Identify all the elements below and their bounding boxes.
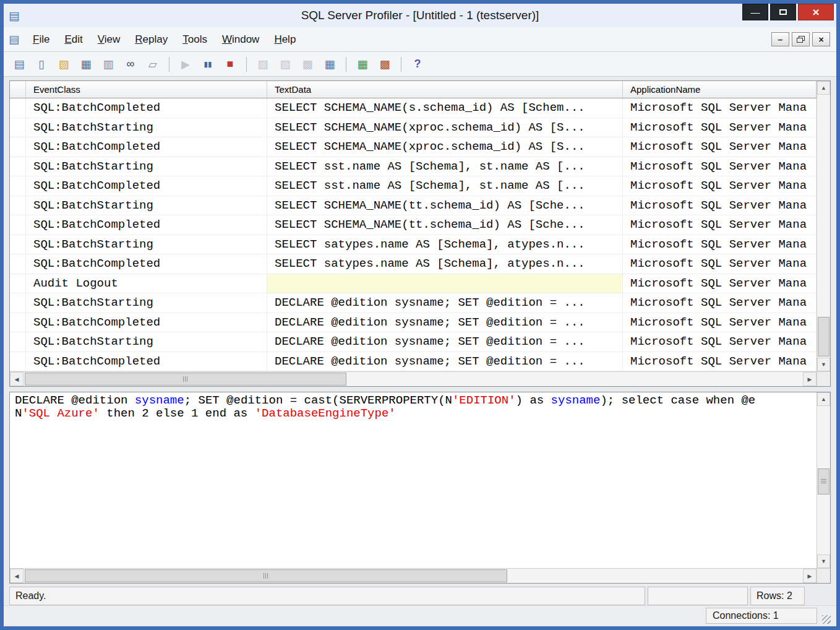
- maximize-button[interactable]: [770, 4, 796, 20]
- row-selector[interactable]: [10, 313, 26, 332]
- cell-application-name[interactable]: Microsoft SQL Server Mana: [623, 274, 816, 293]
- table-row[interactable]: SQL:BatchStartingSELECT satypes.name AS …: [10, 235, 816, 255]
- cell-event-class[interactable]: SQL:BatchCompleted: [26, 352, 267, 371]
- grid-vertical-scrollbar[interactable]: ▲ ▼: [816, 81, 830, 371]
- cell-application-name[interactable]: Microsoft SQL Server Mana: [623, 196, 816, 215]
- detail-vscroll-track[interactable]: [817, 406, 830, 554]
- row-selector[interactable]: [10, 274, 26, 293]
- cell-event-class[interactable]: SQL:BatchCompleted: [26, 176, 267, 196]
- detail-horizontal-scrollbar[interactable]: ◀ ▶: [10, 568, 830, 583]
- table-row[interactable]: SQL:BatchStartingSELECT SCHEMA_NAME(tt.s…: [10, 196, 816, 216]
- cell-event-class[interactable]: SQL:BatchStarting: [26, 118, 267, 137]
- pivoted-view-button[interactable]: ▩: [297, 55, 318, 74]
- cell-text-data[interactable]: SELECT satypes.name AS [Schema], atypes.…: [267, 235, 623, 254]
- help-button[interactable]: ?: [407, 55, 428, 74]
- cell-event-class[interactable]: SQL:BatchCompleted: [26, 313, 267, 332]
- clear-trace-window-button[interactable]: ▱: [142, 55, 163, 74]
- cell-text-data[interactable]: SELECT SCHEMA_NAME(s.schema_id) AS [Sche…: [267, 98, 623, 118]
- mdi-close-button[interactable]: ×: [812, 32, 830, 46]
- detail-vertical-scrollbar[interactable]: ▲ ▼: [816, 392, 830, 568]
- grid-horizontal-scrollbar[interactable]: ◀ ▶: [10, 371, 830, 386]
- cell-event-class[interactable]: SQL:BatchCompleted: [26, 215, 267, 235]
- cell-text-data[interactable]: DECLARE @edition sysname; SET @edition =…: [267, 293, 623, 313]
- stop-trace-button[interactable]: ■: [220, 55, 241, 74]
- grid-hscroll-track[interactable]: [24, 372, 803, 386]
- sql-text-view[interactable]: DECLARE @edition sysname; SET @edition =…: [10, 392, 816, 568]
- table-row[interactable]: SQL:BatchStartingDECLARE @edition sysnam…: [10, 293, 816, 313]
- menu-file[interactable]: File: [25, 29, 57, 50]
- cell-application-name[interactable]: Microsoft SQL Server Mana: [623, 137, 816, 157]
- table-row[interactable]: SQL:BatchStartingDECLARE @edition sysnam…: [10, 332, 816, 352]
- scroll-left-icon[interactable]: ◀: [10, 569, 24, 583]
- start-trace-button[interactable]: ▶: [175, 55, 196, 74]
- scroll-up-icon[interactable]: ▲: [817, 392, 830, 406]
- table-row[interactable]: SQL:BatchCompletedSELECT SCHEMA_NAME(s.s…: [10, 98, 816, 118]
- row-selector[interactable]: [10, 176, 26, 196]
- table-row[interactable]: SQL:BatchCompletedSELECT SCHEMA_NAME(xpr…: [10, 137, 816, 157]
- cell-event-class[interactable]: SQL:BatchCompleted: [26, 137, 267, 157]
- cell-application-name[interactable]: Microsoft SQL Server Mana: [623, 352, 816, 371]
- row-selector[interactable]: [10, 235, 26, 254]
- table-row[interactable]: SQL:BatchCompletedDECLARE @edition sysna…: [10, 313, 816, 333]
- cell-event-class[interactable]: SQL:BatchCompleted: [26, 254, 267, 274]
- cell-event-class[interactable]: Audit Logout: [26, 274, 267, 293]
- scroll-right-icon[interactable]: ▶: [803, 569, 816, 583]
- aggregated-view-button[interactable]: ▨: [275, 55, 296, 74]
- detail-hscroll-track[interactable]: [24, 569, 803, 583]
- cell-application-name[interactable]: Microsoft SQL Server Mana: [623, 98, 816, 118]
- cell-text-data[interactable]: SELECT sst.name AS [Schema], st.name AS …: [267, 176, 623, 196]
- row-selector[interactable]: [10, 118, 26, 137]
- detail-hscroll-thumb[interactable]: [25, 569, 507, 582]
- scroll-down-icon[interactable]: ▼: [817, 358, 830, 371]
- cell-text-data[interactable]: SELECT SCHEMA_NAME(xproc.schema_id) AS […: [267, 118, 623, 137]
- cell-application-name[interactable]: Microsoft SQL Server Mana: [623, 254, 816, 274]
- cell-event-class[interactable]: SQL:BatchStarting: [26, 157, 267, 176]
- menu-window[interactable]: Window: [215, 29, 267, 50]
- new-trace-button[interactable]: ▤: [9, 55, 30, 74]
- cell-application-name[interactable]: Microsoft SQL Server Mana: [623, 235, 816, 254]
- menu-help[interactable]: Help: [267, 29, 303, 50]
- grid-vscroll-track[interactable]: [817, 95, 830, 358]
- cell-application-name[interactable]: Microsoft SQL Server Mana: [623, 332, 816, 352]
- cell-text-data[interactable]: DECLARE @edition sysname; SET @edition =…: [267, 352, 623, 371]
- pause-trace-button[interactable]: ▮▮: [197, 55, 218, 74]
- trace-properties-button[interactable]: ▥: [98, 55, 119, 74]
- row-selector[interactable]: [10, 98, 26, 118]
- menu-tools[interactable]: Tools: [175, 29, 215, 50]
- export-event-data-button[interactable]: ▦: [352, 55, 373, 74]
- row-selector[interactable]: [10, 254, 26, 274]
- scroll-down-icon[interactable]: ▼: [817, 554, 830, 568]
- grid-hscroll-thumb[interactable]: [25, 373, 346, 386]
- cell-event-class[interactable]: SQL:BatchStarting: [26, 196, 267, 215]
- cell-text-data[interactable]: SELECT SCHEMA_NAME(xproc.schema_id) AS […: [267, 137, 623, 157]
- grid-vscroll-thumb[interactable]: [818, 317, 829, 356]
- mdi-restore-button[interactable]: [792, 32, 810, 46]
- open-trace-button[interactable]: ▨: [53, 55, 74, 74]
- table-row[interactable]: SQL:BatchStartingSELECT SCHEMA_NAME(xpro…: [10, 118, 816, 138]
- auto-scroll-button[interactable]: ▦: [319, 55, 340, 74]
- column-header-text-data[interactable]: TextData: [267, 81, 623, 98]
- row-selector[interactable]: [10, 293, 26, 313]
- minimize-button[interactable]: —: [742, 4, 768, 20]
- cell-application-name[interactable]: Microsoft SQL Server Mana: [623, 176, 816, 196]
- table-row[interactable]: SQL:BatchCompletedSELECT satypes.name AS…: [10, 254, 816, 274]
- scroll-right-icon[interactable]: ▶: [803, 372, 816, 386]
- resize-grip[interactable]: [820, 608, 831, 624]
- performance-counters-button[interactable]: ▩: [374, 55, 395, 74]
- row-selector[interactable]: [10, 215, 26, 235]
- table-row[interactable]: SQL:BatchCompletedSELECT SCHEMA_NAME(tt.…: [10, 215, 816, 235]
- close-button[interactable]: ×: [798, 4, 834, 20]
- cell-event-class[interactable]: SQL:BatchStarting: [26, 332, 267, 352]
- cell-text-data[interactable]: [267, 274, 623, 293]
- table-row[interactable]: SQL:BatchStartingSELECT sst.name AS [Sch…: [10, 157, 816, 177]
- table-row[interactable]: Audit LogoutMicrosoft SQL Server Mana: [10, 274, 816, 294]
- row-selector[interactable]: [10, 196, 26, 215]
- menu-view[interactable]: View: [90, 29, 128, 50]
- column-header-event-class[interactable]: EventClass: [26, 81, 267, 98]
- detail-vscroll-thumb[interactable]: [818, 468, 829, 494]
- cell-event-class[interactable]: SQL:BatchCompleted: [26, 98, 267, 118]
- cell-text-data[interactable]: SELECT SCHEMA_NAME(tt.schema_id) AS [Sch…: [267, 196, 623, 215]
- table-row[interactable]: SQL:BatchCompletedDECLARE @edition sysna…: [10, 352, 816, 372]
- cell-application-name[interactable]: Microsoft SQL Server Mana: [623, 313, 816, 332]
- cell-text-data[interactable]: SELECT satypes.name AS [Schema], atypes.…: [267, 254, 623, 274]
